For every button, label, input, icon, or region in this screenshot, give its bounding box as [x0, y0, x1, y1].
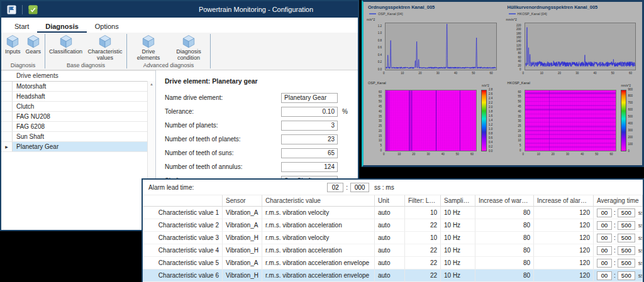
- avg-unit-label: ss : ms: [638, 273, 643, 279]
- colorbar-label: 0.0: [489, 150, 492, 153]
- tab-diagnosis[interactable]: Diagnosis: [37, 21, 87, 33]
- ribbon-button-drive-elements[interactable]: Drive elements: [128, 34, 169, 62]
- column-header-filter-low-pa: Filter: Low-Pa...: [405, 195, 441, 207]
- tick-label: 50: [456, 153, 459, 156]
- list-item-sun-shaft[interactable]: Sun Shaft: [1, 132, 155, 142]
- tick-label: 55: [379, 95, 382, 99]
- tab-start[interactable]: Start: [6, 21, 37, 33]
- avg-seconds-input[interactable]: [597, 246, 612, 255]
- ribbon-button-classification[interactable]: Classification: [47, 34, 85, 55]
- list-item-planetary-gear[interactable]: ▶Planetary Gear: [1, 142, 155, 152]
- column-header-row-label: [143, 195, 223, 207]
- tick-label: 10: [397, 153, 401, 156]
- drive-elements-list: Drive elements MotorshaftHeadshaftClutch…: [1, 70, 156, 230]
- colorbar-label: 0.6: [489, 137, 492, 140]
- column-header-averaging-time: Averaging time: [594, 195, 643, 207]
- cell-characteristic: r.m.s. vibration velocity: [262, 232, 375, 244]
- tick-label: 60: [518, 57, 521, 60]
- avg-seconds-input[interactable]: [597, 209, 612, 217]
- tick-label: 0: [380, 149, 382, 153]
- cell-sampling: 10 Hz: [441, 232, 475, 244]
- cell-averaging-time: :ss : ms: [594, 257, 643, 269]
- field-input-number-of-planets[interactable]: [281, 121, 338, 131]
- field-input-number-of-teeth-of-suns[interactable]: [281, 148, 338, 158]
- scroll-up-icon[interactable]: ▲: [148, 82, 155, 86]
- ribbon-button-diagnosis-condition[interactable]: Diagnosis condition: [169, 34, 209, 62]
- tick-label: 160: [516, 36, 521, 40]
- tick-label: 10: [401, 72, 404, 75]
- cell-row-label: Characteristic value 5: [143, 257, 223, 269]
- drive-elements-list-header[interactable]: Drive elements: [1, 70, 155, 82]
- cell-sensor: Vibration_H: [223, 232, 262, 244]
- y-axis-ticks: 220200180160140120100806040200: [504, 23, 523, 70]
- list-item-headshaft[interactable]: Headshaft: [1, 92, 155, 102]
- avg-seconds-input[interactable]: [597, 259, 612, 268]
- tick-label: 200: [516, 28, 521, 31]
- tick-label: 10: [379, 139, 382, 143]
- colorbar-label: 500: [628, 116, 633, 119]
- tick-label: 20: [518, 130, 521, 133]
- colorbar-label: 2.6: [489, 93, 492, 96]
- avg-colon: :: [614, 234, 616, 241]
- colorbar-label: 900: [628, 89, 633, 92]
- colorbar-label: 2.4: [489, 97, 492, 100]
- cell-alarm-increase: 120: [534, 257, 594, 269]
- column-header-increase-of-warning-thre: Increase of warning thre...: [475, 195, 534, 207]
- ribbon-group-advanced-diagnosis: Drive elementsDiagnosis conditionAdvance…: [128, 33, 209, 70]
- ribbon-button-inputs[interactable]: Inputs: [3, 34, 23, 55]
- heat-streak: [436, 90, 436, 151]
- column-header-characteristic-value: Characteristic value: [262, 195, 375, 207]
- tick-label: 60: [518, 91, 521, 94]
- list-item-clutch[interactable]: Clutch: [1, 102, 155, 112]
- tick-label: 1.0: [378, 32, 382, 35]
- field-input-tolerance[interactable]: [281, 107, 338, 117]
- list-item-fag-6208[interactable]: FAG 6208: [1, 122, 155, 132]
- spectrogram-label: HKOSP_Kanal: [508, 81, 530, 85]
- ribbon-button-characteristic-values[interactable]: Characteristic values: [85, 34, 125, 62]
- field-label: Number of teeth of suns:: [165, 149, 281, 156]
- form-field-number-of-planets: Number of planets:: [165, 120, 349, 131]
- row-selector-gutter: [1, 112, 13, 121]
- alarm-millis-input[interactable]: [350, 183, 369, 192]
- tick-label: 10: [518, 139, 521, 143]
- tick-label: 1.2: [378, 25, 382, 28]
- cell-sensor: Vibration_A: [223, 207, 262, 219]
- ribbon-group-buttons: Drive elementsDiagnosis condition: [128, 34, 209, 62]
- tick-label: 50: [518, 100, 521, 104]
- avg-seconds-input[interactable]: [597, 271, 612, 280]
- avg-seconds-input[interactable]: [597, 234, 612, 242]
- heat-streak: [389, 90, 390, 151]
- colorbar-label: 2.2: [489, 102, 492, 105]
- ribbon-button-label: Characteristic values: [87, 49, 123, 62]
- list-item-label: FAG 6208: [13, 123, 45, 130]
- avg-millis-input[interactable]: [618, 259, 635, 268]
- tick-label: 60: [470, 153, 474, 156]
- avg-millis-input[interactable]: [618, 221, 635, 230]
- colorbar-label: 0.8: [489, 133, 492, 136]
- avg-seconds-input[interactable]: [597, 221, 612, 230]
- status-check-icon[interactable]: [28, 5, 38, 14]
- tab-options[interactable]: Options: [87, 21, 127, 33]
- field-input-number-of-teeth-of-planets[interactable]: [281, 134, 338, 144]
- field-label: Tolerance:: [165, 108, 281, 115]
- ribbon-group-diagnosis: InputsGearsDiagnosis: [3, 33, 43, 70]
- ribbon-button-gears[interactable]: Gears: [23, 34, 44, 55]
- field-input-name-drive-element[interactable]: [281, 93, 338, 103]
- alarm-colon: :: [346, 184, 348, 191]
- field-input-number-of-teeth-of-annulus[interactable]: [281, 162, 338, 172]
- avg-millis-input[interactable]: [618, 271, 635, 280]
- app-logo-icon[interactable]: [7, 5, 16, 14]
- list-item-motorshaft[interactable]: Motorshaft: [1, 82, 155, 92]
- alarm-seconds-input[interactable]: [327, 183, 343, 192]
- cell-sensor: Vibration_A: [223, 257, 262, 269]
- chart-legend: OSP_Kanal [04]: [369, 12, 402, 16]
- colorbar-label: 1.6: [489, 115, 492, 118]
- avg-millis-input[interactable]: [618, 209, 635, 217]
- avg-millis-input[interactable]: [618, 234, 635, 242]
- column-header-increase-of-alarm-thresh: Increase of alarm thresh...: [534, 195, 594, 207]
- form-field-number-of-teeth-of-suns: Number of teeth of suns:: [165, 148, 349, 158]
- list-item-fag-nu208[interactable]: FAG NU208: [1, 112, 155, 122]
- envelope-spectrum-section: Hüllkurvenordnungsspektren Kanal_005 HKO…: [503, 2, 643, 165]
- avg-millis-input[interactable]: [618, 246, 635, 255]
- spectrogram-y-ticks: 605550454035302520151050: [365, 90, 383, 151]
